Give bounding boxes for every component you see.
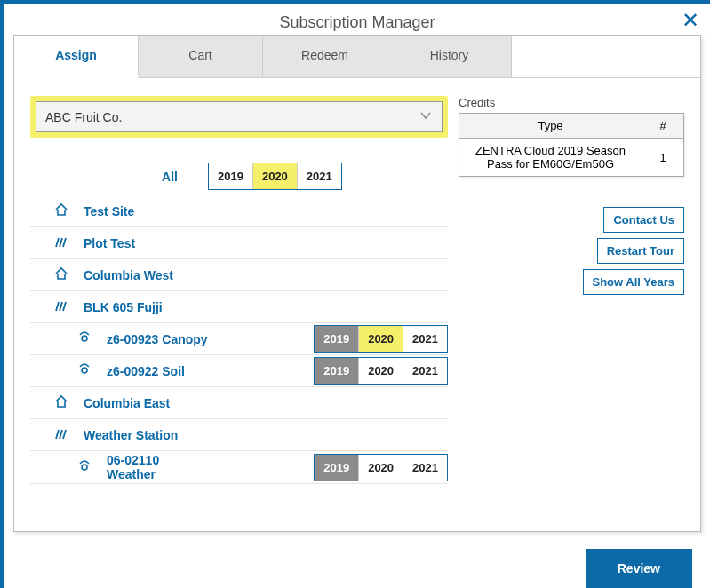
year-2021-soil[interactable]: 2021 — [403, 358, 447, 384]
tree-row-columbia-east[interactable]: Columbia East — [30, 387, 448, 419]
credits-col-type: Type — [459, 114, 642, 138]
org-select-highlight: ABC Fruit Co. — [30, 96, 448, 138]
year-group-all: 2019 2020 2021 — [208, 163, 342, 190]
tab-history[interactable]: History — [387, 36, 512, 77]
show-all-years-button[interactable]: Show All Years — [583, 269, 685, 295]
plot-icon — [52, 234, 71, 251]
svg-point-2 — [82, 465, 87, 470]
plot-icon — [52, 298, 71, 315]
tree-label: 06-02110 Weather — [94, 453, 210, 481]
year-2020-soil[interactable]: 2020 — [359, 358, 403, 384]
device-icon — [75, 330, 94, 347]
review-button[interactable]: Review — [586, 549, 692, 588]
home-icon — [52, 203, 71, 219]
svg-point-1 — [82, 368, 87, 373]
year-2019-soil[interactable]: 2019 — [315, 358, 359, 384]
year-2021-weather[interactable]: 2021 — [403, 455, 447, 481]
tab-assign[interactable]: Assign — [14, 36, 139, 78]
device-icon — [75, 459, 94, 476]
org-select[interactable]: ABC Fruit Co. — [36, 101, 443, 132]
all-label: All — [30, 170, 204, 184]
home-icon — [52, 394, 71, 411]
year-2021-all[interactable]: 2021 — [298, 163, 341, 189]
page-title: Subscription Manager — [279, 13, 435, 32]
tree-row-weather-device[interactable]: 06-02110 Weather 2019 2020 2021 — [30, 451, 448, 484]
tree-row-plot-test[interactable]: Plot Test — [30, 227, 448, 259]
year-2019-all[interactable]: 2019 — [209, 163, 253, 189]
credits-heading: Credits — [459, 96, 684, 109]
year-2019-weather[interactable]: 2019 — [315, 455, 359, 481]
credits-row-type: ZENTRA Cloud 2019 Season Pass for EM60G/… — [459, 139, 642, 176]
tree-row-z6-canopy[interactable]: z6-00923 Canopy 2019 2020 2021 — [30, 323, 448, 355]
tree-row-test-site[interactable]: Test Site — [30, 195, 448, 227]
credits-table: Type # ZENTRA Cloud 2019 Season Pass for… — [459, 113, 684, 177]
tree-label: Weather Station — [71, 428, 213, 442]
close-icon[interactable]: ✕ — [682, 8, 699, 33]
year-2019-canopy[interactable]: 2019 — [315, 326, 359, 352]
plot-icon — [52, 426, 71, 443]
tree-row-blk605[interactable]: BLK 605 Fujji — [30, 291, 448, 323]
contact-us-button[interactable]: Contact Us — [603, 207, 684, 233]
tree-label: z6-00923 Canopy — [94, 332, 210, 346]
credits-col-count: # — [642, 114, 683, 138]
chevron-down-icon — [419, 108, 433, 125]
svg-point-0 — [82, 336, 87, 341]
tree-row-columbia-west[interactable]: Columbia West — [30, 259, 448, 291]
tree-label: Test Site — [71, 204, 213, 219]
home-icon — [52, 266, 71, 283]
year-2020-all[interactable]: 2020 — [253, 163, 298, 189]
year-2020-weather[interactable]: 2020 — [359, 455, 403, 481]
year-2021-canopy[interactable]: 2021 — [403, 326, 447, 352]
tree-row-weather-station[interactable]: Weather Station — [30, 419, 448, 451]
restart-tour-button[interactable]: Restart Tour — [597, 238, 684, 264]
tab-redeem[interactable]: Redeem — [263, 36, 387, 77]
tree-label: BLK 605 Fujji — [71, 300, 213, 314]
tree-label: z6-00922 Soil — [94, 364, 210, 378]
tree-label: Columbia West — [71, 268, 213, 282]
device-icon — [75, 362, 94, 379]
tree-row-z6-soil[interactable]: z6-00922 Soil 2019 2020 2021 — [30, 355, 448, 387]
credits-row-count: 1 — [642, 139, 683, 176]
tab-cart[interactable]: Cart — [139, 36, 263, 77]
tree-label: Plot Test — [71, 236, 213, 250]
org-select-value: ABC Fruit Co. — [45, 110, 122, 124]
year-2020-canopy[interactable]: 2020 — [359, 326, 403, 352]
tree-label: Columbia East — [71, 396, 213, 410]
